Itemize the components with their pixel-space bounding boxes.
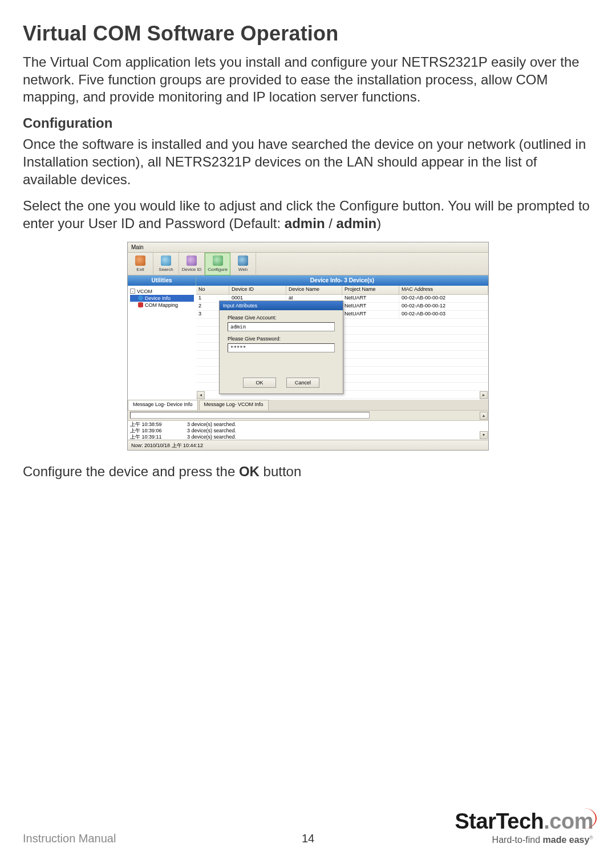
col-no[interactable]: No <box>196 286 229 295</box>
progress-row: ▴ <box>128 410 488 420</box>
text-span: ) <box>376 216 381 231</box>
toolbar-label: Configure <box>208 267 228 272</box>
device-info-header: Device Info- 3 Device(s) <box>196 275 488 286</box>
tagline-text: Hard-to-find <box>492 835 543 845</box>
account-label: Please Give Account: <box>228 315 337 321</box>
default-user: admin <box>285 216 325 231</box>
tab-device-info-log[interactable]: Message Log- Device Info <box>128 400 198 410</box>
tree-root[interactable]: -VCOM <box>130 288 194 295</box>
log-line: 上午 10:39:113 device(s) searched. <box>130 434 486 440</box>
log-msg: 3 device(s) searched. <box>187 434 236 440</box>
section-heading: Configuration <box>23 115 593 131</box>
tab-vcom-info-log[interactable]: Message Log- VCOM Info <box>199 400 269 410</box>
scroll-right-button[interactable]: ▸ <box>480 391 488 399</box>
search-button[interactable]: Search <box>153 253 179 275</box>
text-span: button <box>260 464 301 479</box>
utilities-tree[interactable]: -VCOM Device Info COM Mapping <box>128 286 196 400</box>
log-time: 上午 10:39:11 <box>130 434 187 440</box>
cell-mac: 00-02-AB-00-00-03 <box>399 311 488 318</box>
device-id-icon <box>187 255 197 266</box>
tree-item-device-info[interactable]: Device Info <box>130 295 194 302</box>
default-password: admin <box>337 216 377 231</box>
tagline-bold: made easy <box>543 835 590 845</box>
intro-paragraph: The Virtual Com application lets you ins… <box>23 54 593 106</box>
toolbar-label: Web <box>238 267 248 272</box>
startech-logo: StarTech.com <box>455 809 594 834</box>
exit-button[interactable]: Exit <box>128 253 153 275</box>
brand-block: StarTech.com Hard-to-find made easy® <box>455 809 594 845</box>
registered-mark: ® <box>589 835 593 841</box>
cell-project-name: NetUART <box>342 295 399 302</box>
panel-headers: Utilities Device Info- 3 Device(s) <box>128 275 488 286</box>
col-device-id[interactable]: Device ID <box>229 286 286 295</box>
log-time: 上午 10:38:59 <box>130 421 187 428</box>
status-bar: Now: 2010/10/18 上午 10:44:12 <box>128 440 488 450</box>
log-time: 上午 10:39:06 <box>130 428 187 434</box>
ok-label: OK <box>239 464 260 479</box>
page-heading: Virtual COM Software Operation <box>23 22 593 46</box>
tree-label: Device Info <box>145 295 171 301</box>
config-paragraph-1: Once the software is installed and you h… <box>23 136 593 188</box>
exit-icon <box>135 255 145 266</box>
toolbar-label: Exit <box>136 267 144 272</box>
brand-tagline: Hard-to-find made easy® <box>455 835 594 845</box>
text-span: Configure the device and press the <box>23 464 239 479</box>
logo-swoosh-icon <box>584 808 597 829</box>
log-line: 上午 10:39:063 device(s) searched. <box>130 428 486 434</box>
log-msg: 3 device(s) searched. <box>187 428 236 434</box>
cell-project-name: NetUART <box>342 303 399 310</box>
page-number: 14 <box>302 832 314 845</box>
mapping-icon <box>138 302 143 307</box>
col-device-name[interactable]: Device Name <box>286 286 342 295</box>
search-icon <box>161 255 171 266</box>
grid-header-row: No Device ID Device Name Project Name MA… <box>196 286 488 295</box>
col-project-name[interactable]: Project Name <box>342 286 399 295</box>
configure-button[interactable]: Configure <box>205 253 230 275</box>
menu-bar[interactable]: Main <box>128 242 488 253</box>
scroll-up-button[interactable]: ▴ <box>480 412 488 420</box>
configure-icon <box>213 255 223 266</box>
toolbar-label: Device ID <box>182 267 202 272</box>
logo-text-main: StarTech <box>455 809 544 833</box>
deviceid-button[interactable]: Device ID <box>179 253 205 275</box>
web-icon <box>238 255 248 266</box>
log-tabs: Message Log- Device Info Message Log- VC… <box>128 400 488 410</box>
scroll-left-button[interactable]: ◂ <box>197 391 205 399</box>
config-paragraph-2: Select the one you would like to adjust … <box>23 197 593 232</box>
toolbar: Exit Search Device ID Configure Web <box>128 253 488 275</box>
col-mac-address[interactable]: MAC Address <box>399 286 488 295</box>
progress-bar <box>130 412 370 419</box>
cell-mac: 00-02-AB-00-00-02 <box>399 295 488 302</box>
log-line: 上午 10:38:593 device(s) searched. <box>130 421 486 428</box>
password-input[interactable]: ***** <box>228 343 335 352</box>
app-window: Main Exit Search Device ID Configure Web… <box>127 242 489 451</box>
collapse-icon[interactable]: - <box>130 289 135 294</box>
account-input[interactable]: admin <box>228 322 335 331</box>
message-log: 上午 10:38:593 device(s) searched.上午 10:39… <box>128 420 488 440</box>
ok-button[interactable]: OK <box>243 378 276 388</box>
utilities-header: Utilities <box>128 275 196 286</box>
tree-label: COM Mapping <box>145 302 178 308</box>
input-attributes-dialog: Input Attributes Please Give Account: ad… <box>219 301 343 394</box>
menu-main[interactable]: Main <box>131 244 144 250</box>
web-button[interactable]: Web <box>230 253 256 275</box>
toolbar-label: Search <box>159 267 173 272</box>
log-msg: 3 device(s) searched. <box>187 421 236 428</box>
footer-left: Instruction Manual <box>23 832 116 845</box>
cancel-button[interactable]: Cancel <box>286 378 319 388</box>
password-label: Please Give Password: <box>228 336 337 342</box>
post-screenshot-caption: Configure the device and press the OK bu… <box>23 463 593 481</box>
tree-item-com-mapping[interactable]: COM Mapping <box>130 302 194 309</box>
tree-label: VCOM <box>137 289 152 294</box>
cell-project-name: NetUART <box>342 311 399 318</box>
info-icon <box>138 295 143 301</box>
dialog-title: Input Attributes <box>220 301 343 310</box>
cell-mac: 00-02-AB-00-00-12 <box>399 303 488 310</box>
scroll-down-button[interactable]: ▾ <box>480 431 488 439</box>
text-span: / <box>325 216 337 231</box>
